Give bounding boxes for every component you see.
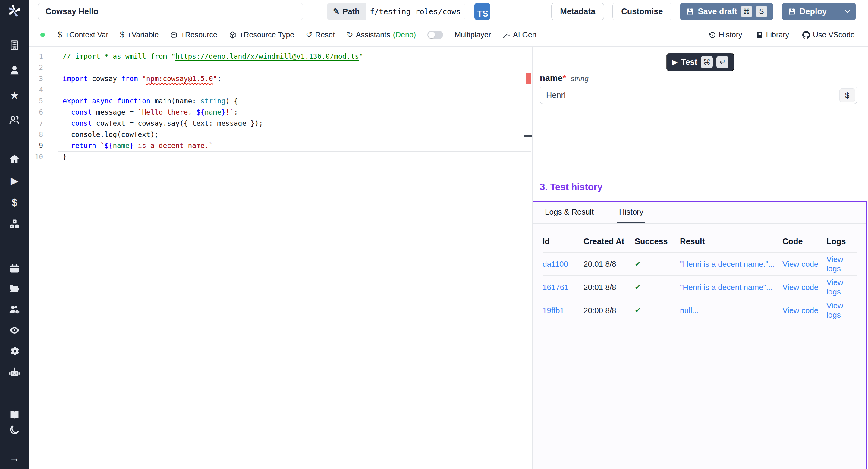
code-line[interactable]: const message = `Hello there, ${name}!`; — [63, 107, 363, 118]
reset-button[interactable]: ↺Reset — [306, 30, 335, 39]
collapse-arrow-right-icon[interactable]: → — [8, 452, 21, 464]
add-resource-type-button[interactable]: +Resource Type — [229, 30, 294, 39]
code-line[interactable] — [63, 62, 363, 73]
save-icon — [686, 7, 694, 16]
add-resource-button[interactable]: +Resource — [170, 30, 217, 39]
audit-eye-icon[interactable] — [8, 324, 21, 336]
tab-logs-result[interactable]: Logs & Result — [543, 202, 595, 223]
insert-variable-button[interactable]: $ — [839, 88, 855, 102]
windmill-logo[interactable] — [7, 4, 22, 18]
pencil-icon: ✎ — [333, 7, 340, 16]
job-id-link[interactable]: 19ffb1 — [542, 306, 584, 315]
path-input[interactable] — [366, 3, 465, 20]
add-context-var-button[interactable]: $+Context Var — [58, 30, 108, 39]
dollar-icon: $ — [120, 31, 124, 39]
line-number: 3 — [29, 73, 43, 84]
bot-icon[interactable] — [8, 366, 21, 378]
deploy-dropdown-button[interactable] — [839, 3, 856, 20]
line-number: 6 — [29, 107, 43, 118]
schedules-calendar-icon[interactable] — [8, 262, 21, 275]
argument-field-header: name * string — [540, 73, 589, 83]
package-icon — [170, 31, 178, 39]
line-number: 2 — [29, 62, 43, 73]
variables-dollar-icon[interactable]: $ — [8, 196, 21, 208]
deploy-save-icon — [788, 7, 796, 16]
dollar-icon: $ — [58, 31, 62, 39]
view-logs-link[interactable]: View logs — [827, 301, 857, 320]
favorites-star-icon[interactable]: ★ — [8, 89, 21, 101]
line-number: 1 — [29, 51, 43, 62]
line-number: 9 — [29, 140, 43, 151]
assistants-button[interactable]: ↻Assistants(Deno) — [346, 30, 416, 39]
dark-mode-moon-icon[interactable] — [8, 424, 21, 436]
job-id-link[interactable]: da1100 — [542, 259, 584, 269]
script-title-input[interactable] — [38, 3, 303, 20]
view-logs-link[interactable]: View logs — [827, 278, 857, 296]
editor-code[interactable]: // import * as wmill from "https://deno.… — [63, 51, 363, 162]
result-link[interactable]: "Henri is a decent name."... — [680, 259, 782, 269]
ai-gen-button[interactable]: AI Gen — [502, 30, 536, 39]
view-code-link[interactable]: View code — [782, 306, 827, 315]
history-button[interactable]: History — [708, 30, 742, 39]
path-label: Path — [343, 7, 360, 16]
user-icon[interactable] — [8, 64, 21, 76]
metadata-button[interactable]: Metadata — [551, 3, 604, 20]
s-keycap: S — [756, 6, 767, 17]
status-dot — [40, 33, 45, 37]
cmd-keycap: ⌘ — [701, 56, 713, 68]
required-mark: * — [563, 73, 566, 83]
topbar-actions: Metadata Customise Save draft ⌘ S Deploy — [551, 3, 856, 20]
workers-user-cog-icon[interactable] — [8, 304, 21, 316]
play-icon: ▶ — [672, 58, 678, 66]
rotate-ccw-icon: ↺ — [306, 31, 313, 39]
view-logs-link[interactable]: View logs — [827, 255, 857, 273]
add-variable-button[interactable]: $+Variable — [120, 30, 159, 39]
right-panel: ▶ Test ⌘ ↵ name * string $ 3. Test histo… — [532, 47, 868, 469]
multiplayer-toggle[interactable] — [427, 31, 443, 39]
line-number: 8 — [29, 129, 43, 140]
workspace-building-icon[interactable] — [8, 39, 21, 51]
code-editor[interactable]: 12345678910 // import * as wmill from "h… — [29, 47, 532, 469]
job-id-link[interactable]: 161761 — [542, 283, 584, 292]
view-code-link[interactable]: View code — [782, 259, 827, 269]
deploy-button[interactable]: Deploy — [782, 3, 856, 20]
code-line[interactable]: const cowText = cowsay.say({ text: messa… — [63, 118, 363, 129]
code-line[interactable]: export async function main(name: string)… — [63, 96, 363, 107]
enter-keycap: ↵ — [716, 56, 728, 68]
result-link[interactable]: "Henri is a decent name"... — [680, 283, 782, 292]
groups-users-icon[interactable] — [8, 114, 21, 126]
cmd-keycap: ⌘ — [741, 6, 752, 17]
view-code-link[interactable]: View code — [782, 283, 827, 292]
history-icon — [708, 31, 716, 39]
created-at: 20:01 8/8 — [584, 283, 635, 292]
folders-icon[interactable] — [8, 283, 21, 295]
test-button[interactable]: ▶ Test ⌘ ↵ — [666, 53, 735, 71]
topbar: ✎ Path TS Metadata Customise Save draft … — [29, 0, 868, 23]
history-row: 16176120:01 8/8✔"Henri is a decent name"… — [542, 276, 857, 299]
settings-gear-icon[interactable] — [8, 345, 21, 357]
runs-play-icon[interactable]: ▶ — [8, 175, 21, 187]
resources-boxes-icon[interactable] — [8, 218, 21, 230]
code-line[interactable]: } — [63, 151, 363, 162]
docs-book-open-icon[interactable] — [8, 409, 21, 421]
home-icon[interactable] — [8, 153, 21, 165]
line-number: 7 — [29, 118, 43, 129]
editor-gutter: 12345678910 — [29, 51, 43, 162]
save-draft-button[interactable]: Save draft ⌘ S — [680, 3, 773, 20]
code-line[interactable]: console.log(cowText); — [63, 129, 363, 140]
tab-history[interactable]: History — [617, 202, 645, 223]
code-line[interactable]: return `${name} is a decent name.` — [63, 140, 363, 151]
path-edit-button[interactable]: ✎ Path — [327, 3, 366, 20]
multiplayer-label: Multiplayer — [455, 30, 491, 39]
name-argument-input[interactable] — [540, 87, 857, 104]
result-link[interactable]: null... — [680, 306, 782, 315]
history-table-header: Id Created At Success Result Code Logs — [542, 224, 857, 252]
customise-button[interactable]: Customise — [613, 3, 672, 20]
code-line[interactable]: import cowsay from "npm:cowsay@1.5.0"; — [63, 73, 363, 84]
code-line[interactable] — [63, 84, 363, 96]
code-line[interactable]: // import * as wmill from "https://deno.… — [63, 51, 363, 62]
use-vscode-button[interactable]: Use VScode — [802, 30, 855, 39]
library-button[interactable]: Library — [755, 30, 789, 39]
argument-input-wrap: $ — [540, 87, 857, 104]
wand-icon — [502, 31, 510, 39]
